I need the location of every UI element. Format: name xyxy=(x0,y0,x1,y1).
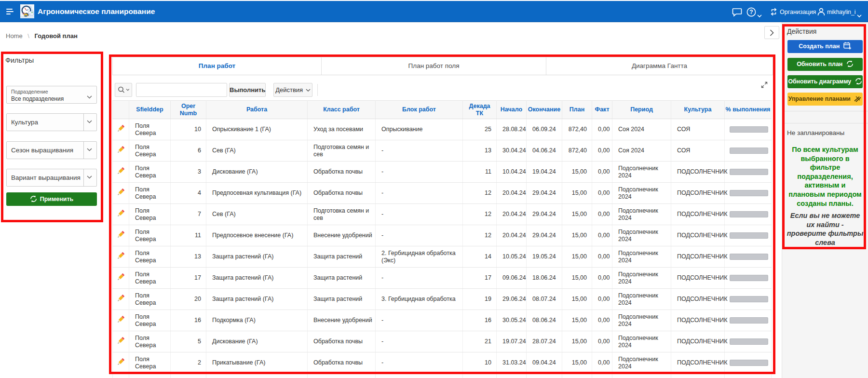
svg-text:?: ? xyxy=(749,9,753,15)
